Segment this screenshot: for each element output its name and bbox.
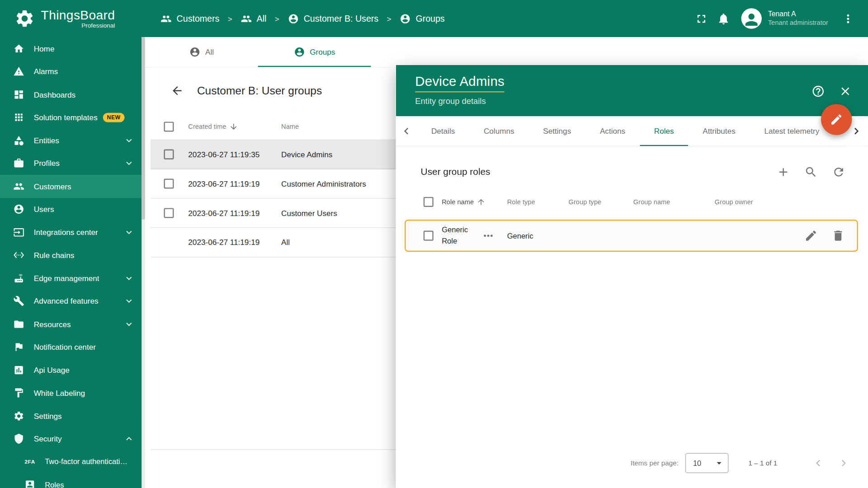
tab-columns[interactable]: Columns [469, 116, 528, 146]
items-per-page-select[interactable]: 10 [685, 453, 729, 473]
chevron-down-icon [123, 227, 134, 238]
chevron-right-icon [837, 456, 850, 469]
logo-title: ThingsBoard [41, 8, 115, 22]
close-icon [839, 84, 852, 98]
sidebar-item-solution-templates[interactable]: Solution templates NEW [0, 106, 142, 129]
role-row-generic-role[interactable]: Generic Role Generic [405, 220, 858, 252]
sidebar-scrollbar[interactable] [142, 37, 145, 488]
cell-name: All [281, 238, 396, 247]
drawer-subtitle: Entity group details [415, 96, 868, 106]
row-actions [804, 229, 844, 242]
user-groups-panel: Customer B: User groups Created time Nam… [151, 67, 396, 488]
column-group-name[interactable]: Group name [633, 198, 715, 206]
grid-icon [13, 112, 24, 123]
add-role-button[interactable] [777, 165, 790, 178]
column-group-owner[interactable]: Group owner [715, 198, 868, 206]
row-checkbox[interactable] [164, 150, 174, 160]
sidebar-item-dashboards[interactable]: Dashboards [0, 83, 142, 106]
select-all-roles-checkbox[interactable] [424, 197, 434, 207]
roles-section-title: User group roles [421, 167, 763, 178]
sidebar-item-settings[interactable]: Settings [0, 404, 142, 427]
help-button[interactable] [811, 84, 825, 98]
next-page-button[interactable] [837, 456, 850, 469]
row-checkbox[interactable] [164, 208, 174, 218]
tab-all[interactable]: All [145, 37, 258, 67]
people-icon [13, 181, 24, 192]
chevron-left-icon [400, 125, 413, 138]
column-group-type[interactable]: Group type [569, 198, 633, 206]
user-icon [189, 47, 200, 57]
tab-attributes[interactable]: Attributes [688, 116, 750, 146]
sidebar-item-home[interactable]: Home [0, 37, 142, 60]
sidebar-item-two-factor-authentication[interactable]: 2FA Two-factor authentication [0, 450, 142, 474]
sidebar-item-edge-management[interactable]: Edge management [0, 267, 142, 290]
sidebar-item-resources[interactable]: Resources [0, 313, 142, 336]
sidebar-item-advanced-features[interactable]: Advanced features [0, 290, 142, 313]
column-role-name[interactable]: Role name [442, 197, 507, 206]
briefcase-icon [13, 158, 24, 169]
breadcrumb-item-all[interactable]: All [241, 13, 266, 24]
role-name-cell: Generic Role [442, 225, 507, 247]
column-name[interactable]: Name [281, 123, 396, 131]
page-title: Customer B: User groups [197, 84, 322, 97]
list-header: Customer B: User groups [151, 67, 396, 114]
entity-details-drawer: Device Admins Entity group details Detai… [396, 65, 868, 488]
tab-roles[interactable]: Roles [640, 116, 689, 146]
select-all-checkbox[interactable] [164, 122, 174, 131]
edit-role-button[interactable] [804, 229, 817, 242]
close-button[interactable] [839, 84, 852, 98]
sidebar-item-api-usage[interactable]: Api Usage [0, 358, 142, 381]
tabs-scroll-left-button[interactable] [396, 116, 417, 146]
new-badge: NEW [103, 113, 124, 122]
tab-groups[interactable]: Groups [258, 37, 371, 67]
sidebar-item-notification-center[interactable]: Notification center [0, 336, 142, 359]
breadcrumb-item-customers[interactable]: Customers [160, 13, 219, 24]
sidebar-item-alarms[interactable]: Alarms [0, 60, 142, 83]
sidebar-item-customers[interactable]: Customers [0, 175, 142, 198]
sidebar-item-white-labeling[interactable]: White Labeling [0, 381, 142, 404]
tab-actions[interactable]: Actions [585, 116, 640, 146]
notifications-button[interactable] [712, 8, 735, 30]
row-checkbox[interactable] [164, 179, 174, 189]
sidebar-item-entities[interactable]: Entities [0, 129, 142, 152]
sort-asc-icon [476, 197, 486, 206]
role-more-button[interactable] [481, 229, 495, 242]
tab-settings[interactable]: Settings [528, 116, 585, 146]
breadcrumb-item-groups[interactable]: Groups [400, 13, 445, 24]
sidebar-item-rule-chains[interactable]: Rule chains [0, 244, 142, 267]
fullscreen-button[interactable] [690, 8, 712, 30]
back-button[interactable] [170, 84, 184, 97]
tab-details[interactable]: Details [417, 116, 469, 146]
avatar[interactable] [741, 8, 762, 28]
table-row-device-admins[interactable]: 2023-06-27 11:19:35 Device Admins [151, 140, 396, 169]
sidebar-item-roles[interactable]: Roles [0, 474, 142, 488]
more-menu-button[interactable] [837, 8, 859, 30]
topbar-actions: Tenant A Tenant administrator [690, 8, 868, 30]
row-checkbox[interactable] [424, 231, 434, 241]
column-role-type[interactable]: Role type [507, 198, 569, 206]
table-row-customer-users[interactable]: 2023-06-27 11:19:19 Customer Users [151, 199, 396, 228]
sidebar-item-profiles[interactable]: Profiles [0, 152, 142, 175]
table-row-all[interactable]: 2023-06-27 11:19:19 All [151, 228, 396, 257]
table-row-customer-administrators[interactable]: 2023-06-27 11:19:19 Customer Administrat… [151, 169, 396, 199]
drawer-title[interactable]: Device Admins [415, 74, 505, 93]
bell-icon [717, 12, 730, 25]
dashboards-icon [13, 89, 24, 100]
previous-page-button[interactable] [811, 456, 825, 469]
group-table-header: Created time Name [151, 114, 396, 140]
delete-role-button[interactable] [831, 229, 844, 242]
sidebar-item-integrations-center[interactable]: Integrations center [0, 221, 142, 244]
breadcrumb-item-customer-b-users[interactable]: Customer B: Users [288, 13, 378, 24]
edit-fab[interactable] [821, 104, 852, 135]
sidebar-item-security[interactable]: Security [0, 427, 142, 450]
search-button[interactable] [804, 165, 817, 178]
warning-icon [13, 66, 24, 77]
sidebar-item-users[interactable]: Users [0, 198, 142, 221]
shield-icon [13, 433, 24, 444]
tenant-name: Tenant A [768, 9, 828, 19]
cell-created-time: 2023-06-27 11:19:19 [188, 179, 281, 188]
refresh-button[interactable] [832, 165, 845, 178]
scrollbar-thumb[interactable] [142, 37, 145, 220]
app-logo[interactable]: ThingsBoard Professional [0, 8, 142, 29]
column-created-time[interactable]: Created time [188, 122, 281, 131]
